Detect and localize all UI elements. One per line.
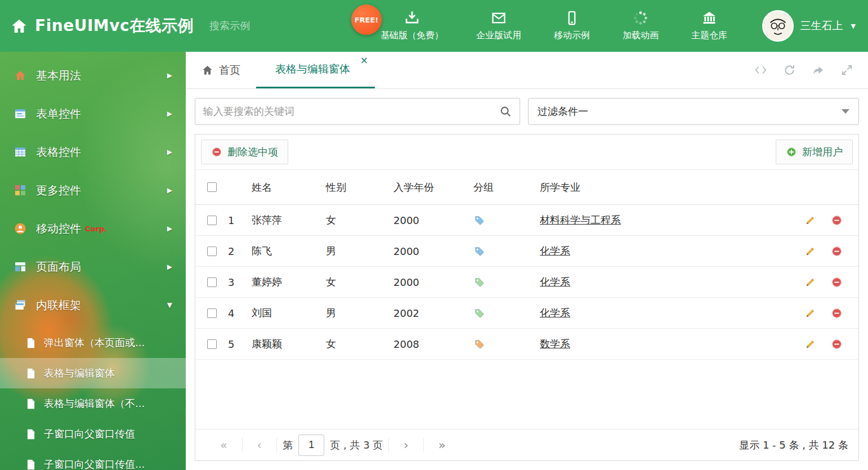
search-icon[interactable] — [499, 105, 512, 118]
page-number-input[interactable] — [298, 435, 324, 456]
major-link[interactable]: 化学系 — [540, 245, 570, 257]
file-icon — [26, 398, 36, 410]
sidebar-item[interactable]: 表单控件 — [0, 95, 186, 133]
major-link[interactable]: 化学系 — [540, 276, 570, 288]
cell-index: 2 — [228, 245, 252, 257]
row-checkbox[interactable] — [207, 247, 217, 256]
header-nav-item[interactable]: 移动示例 — [554, 10, 590, 42]
header-nav-item[interactable]: 加载动画 — [623, 10, 659, 42]
sidebar-subitem[interactable]: 表格与编辑窗体（不... — [0, 388, 186, 419]
form-icon — [14, 107, 27, 120]
forward-icon[interactable] — [812, 64, 825, 77]
major-link[interactable]: 化学系 — [540, 307, 570, 319]
user-menu[interactable]: 三生石上 ▼ — [762, 10, 868, 42]
sidebar-item[interactable]: 基本用法 — [0, 56, 186, 95]
cell-gender: 男 — [326, 244, 393, 258]
delete-icon[interactable] — [831, 307, 843, 319]
delete-icon[interactable] — [831, 338, 843, 350]
code-icon[interactable] — [754, 64, 767, 77]
free-badge: FREE! — [351, 5, 382, 35]
tag-icon[interactable] — [473, 214, 485, 226]
expand-icon[interactable] — [840, 64, 853, 77]
sidebar-item-label: 更多控件 — [36, 183, 81, 198]
spinner-icon — [633, 10, 648, 26]
tab-close-icon[interactable]: × — [360, 56, 368, 65]
edit-icon[interactable] — [804, 276, 816, 288]
tab-bar: 首页 表格与编辑窗体 × — [186, 52, 868, 89]
page-next-button[interactable]: › — [389, 438, 423, 452]
edit-icon[interactable] — [804, 245, 816, 257]
refresh-icon[interactable] — [783, 64, 796, 77]
filter-dropdown[interactable]: 过滤条件一 — [528, 98, 859, 125]
tag-icon[interactable] — [473, 338, 485, 350]
cell-name: 康颖颖 — [252, 337, 326, 351]
tab-active-label: 表格与编辑窗体 — [275, 62, 350, 77]
row-checkbox[interactable] — [207, 308, 217, 318]
table-icon — [14, 145, 27, 159]
page-prev-button[interactable]: ‹ — [243, 438, 276, 452]
add-user-button[interactable]: 新增用户 — [776, 140, 853, 164]
pagination-summary: 显示 1 - 5 条 , 共 12 条 — [739, 438, 848, 452]
sidebar-subitem-label: 表格与编辑窗体 — [44, 366, 115, 380]
sidebar-submenu: 弹出窗体（本页面或... 表格与编辑窗体 表格与编辑窗体（不... 子窗口向父窗… — [0, 328, 186, 470]
tag-icon[interactable] — [473, 307, 485, 319]
add-user-label: 新增用户 — [802, 145, 843, 159]
sidebar-item[interactable]: 内联框架 — [0, 286, 186, 324]
delete-selected-label: 删除选中项 — [227, 145, 278, 159]
sidebar-item-label: 页面布局 — [36, 259, 81, 275]
sidebar-subitem[interactable]: 表格与编辑窗体 — [0, 358, 186, 388]
user-grid-panel: 删除选中项 新增用户 姓名 性别 入学年份 分组 所学专业 — [195, 134, 859, 461]
row-checkbox[interactable] — [207, 216, 217, 225]
edit-icon[interactable] — [804, 214, 816, 226]
page-first-button[interactable]: « — [205, 438, 242, 452]
table-row: 4 刘国 男 2002 化学系 — [195, 298, 858, 329]
sidebar-item[interactable]: 移动控件 Corp. — [0, 209, 186, 248]
header-search-input[interactable] — [209, 20, 340, 32]
major-link[interactable]: 材料科学与工程系 — [540, 214, 621, 226]
header-nav-item[interactable]: 企业版试用 — [476, 10, 521, 42]
page-last-button[interactable]: » — [424, 438, 460, 452]
content: 过滤条件一 删除选中项 新增用户 — [186, 89, 868, 470]
sidebar-item[interactable]: 页面布局 — [0, 248, 186, 286]
keyword-input[interactable] — [203, 106, 499, 118]
delete-selected-button[interactable]: 删除选中项 — [201, 140, 288, 164]
cell-gender: 女 — [326, 275, 393, 289]
delete-icon[interactable] — [831, 276, 843, 288]
layout-icon — [14, 260, 27, 274]
row-checkbox[interactable] — [207, 277, 217, 287]
edit-icon[interactable] — [804, 338, 816, 350]
cell-name: 张萍萍 — [252, 213, 326, 227]
select-all-checkbox[interactable] — [207, 182, 217, 192]
mail-icon — [491, 10, 507, 26]
app-logo[interactable]: FineUIMvc在线示例 — [0, 15, 194, 37]
sidebar-subitem[interactable]: 子窗口向父窗口传值 — [0, 419, 186, 449]
grid-toolbar: 删除选中项 新增用户 — [195, 135, 858, 170]
header-nav-item[interactable]: 主题仓库 — [691, 10, 727, 42]
chevron-right-icon — [167, 225, 172, 232]
page-suffix-label: 页 , 共 3 页 — [324, 438, 388, 452]
tag-icon[interactable] — [473, 276, 485, 288]
nav-item-label: 基础版（免费） — [381, 30, 444, 42]
row-checkbox[interactable] — [207, 339, 217, 349]
cell-year: 2002 — [393, 307, 473, 319]
user-name: 三生石上 — [800, 19, 843, 33]
tag-icon[interactable] — [473, 245, 485, 257]
user-avatar — [762, 10, 794, 42]
sidebar-subitem[interactable]: 弹出窗体（本页面或... — [0, 328, 186, 358]
widgets-icon — [14, 183, 27, 197]
tab-home[interactable]: 首页 — [186, 52, 256, 88]
delete-icon[interactable] — [831, 214, 843, 226]
tab-active[interactable]: 表格与编辑窗体 × — [256, 52, 375, 88]
chevron-down-icon — [167, 301, 172, 309]
cell-name: 刘国 — [252, 306, 326, 320]
cell-name: 董婷婷 — [252, 275, 326, 289]
major-link[interactable]: 数学系 — [540, 338, 570, 350]
chevron-right-icon — [167, 148, 172, 156]
edit-icon[interactable] — [804, 307, 816, 319]
sidebar-item[interactable]: 更多控件 — [0, 171, 186, 209]
sidebar-subitem[interactable]: 子窗口向父窗口传值... — [0, 449, 186, 470]
cell-gender: 女 — [326, 337, 393, 351]
delete-icon[interactable] — [831, 245, 843, 257]
sidebar-item[interactable]: 表格控件 — [0, 133, 186, 171]
header-nav-item[interactable]: FREE! 基础版（免费） — [381, 10, 444, 42]
